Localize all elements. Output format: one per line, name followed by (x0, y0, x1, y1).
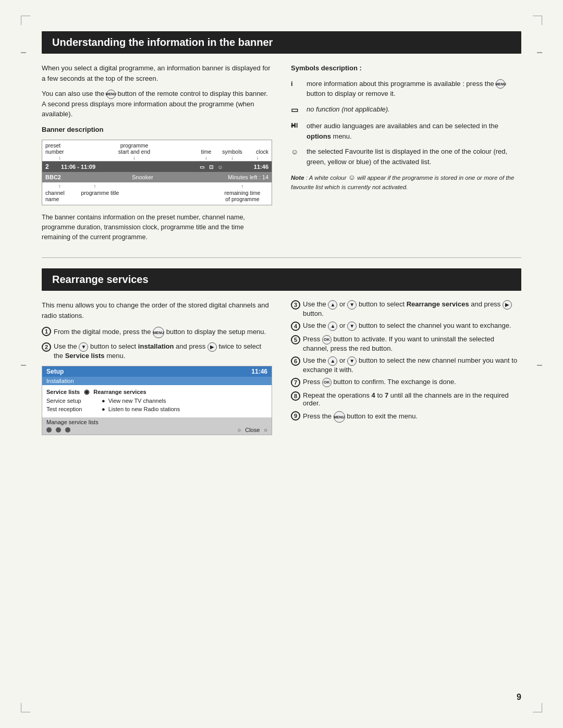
menu-button-icon-2: MENU (496, 79, 505, 89)
footer-dot-1 (46, 427, 52, 433)
menu-row-2: Service setup ● View new TV channels (46, 398, 267, 404)
up-btn-step4: ▲ (328, 322, 337, 331)
note-block: Note : A white colour ☺ will appear if t… (291, 172, 521, 192)
menu-subheader: Installation (42, 377, 272, 385)
label-time: time (194, 142, 218, 155)
step-8: 8 Repeat the operations 4 to 7 until all… (291, 391, 521, 407)
step-3-content: Use the ▲ or ▼ button to select Rearrang… (303, 300, 521, 317)
right-btn-step3: ▶ (503, 300, 512, 310)
section2-title: Rearrange services (52, 274, 149, 285)
menu-button-icon-1: MENU (106, 90, 116, 99)
note-label: Note (291, 175, 304, 181)
page-number: 9 (517, 693, 521, 702)
ok-btn-step5: OK (322, 335, 332, 344)
banner-body-text: The banner contains information on the p… (42, 213, 272, 242)
down-btn-step6: ▼ (347, 356, 357, 366)
menu-row-3: Test reception ● Listen to new Radio sta… (46, 406, 267, 412)
step-4-num: 4 (291, 322, 300, 331)
symbol-smiley: ☺ the selected Favourite list is display… (291, 146, 521, 167)
section1-content: When you select a digital programme, an … (42, 63, 521, 247)
step-4-content: Use the ▲ or ▼ button to select the chan… (303, 322, 511, 331)
section2-header: Rearrange services (42, 268, 521, 291)
step-1: 1 From the digital mode, press the MENU … (42, 327, 272, 338)
down-btn-step4: ▼ (347, 322, 357, 331)
intro1-para: When you select a digital programme, an … (42, 63, 272, 83)
label-chname: channel name (45, 190, 74, 202)
symbol-box: ▭ no function (not applicable). (291, 104, 521, 116)
step-3: 3 Use the ▲ or ▼ button to select Rearra… (291, 300, 521, 317)
symbol-smiley-text: the selected Favourite list is displayed… (307, 146, 521, 167)
ok-btn-step7: OK (322, 378, 332, 387)
banner-desc-title: Banner description (42, 125, 272, 135)
step-9-num: 9 (291, 411, 300, 421)
section2-left: This menu allows you to change the order… (42, 300, 272, 441)
step-2-num: 2 (42, 342, 51, 352)
menu-footer: Manage service lists ○ Close ○ (42, 417, 272, 435)
step-9: 9 Press the MENU button to exit the menu… (291, 411, 521, 423)
section2-right: 3 Use the ▲ or ▼ button to select Rearra… (291, 300, 521, 441)
step-5-content: Press OK button to activate. If you want… (303, 335, 521, 352)
section-separator (42, 257, 521, 258)
margin-mark-lt (21, 52, 26, 53)
label-programme: programme start and end (74, 142, 194, 155)
down-btn-step2: ▼ (79, 342, 88, 352)
menu-row-1: Service lists ◉ Rearrange services (46, 388, 267, 396)
symbol-hi: H̶I other audio languages are availables… (291, 121, 521, 141)
section1-title: Understanding the information in the ban… (52, 36, 273, 48)
menu-btn-step9: MENU (334, 411, 345, 423)
down-btn-step3: ▼ (347, 300, 357, 310)
section2-intro: This menu allows you to change the order… (42, 300, 272, 320)
menu-header: Setup 11:46 (42, 366, 272, 377)
symbol-box-text: no function (not applicable). (307, 104, 390, 115)
step-7: 7 Press OK button to confirm. The exchan… (291, 378, 521, 387)
banner-diagram: preset number programme start and end ti… (42, 140, 272, 205)
footer-dot-2 (56, 427, 61, 433)
intro2-para: You can also use the MENU button of the … (42, 89, 272, 119)
symbol-i-text: more information about this programme is… (307, 79, 521, 99)
step-4: 4 Use the ▲ or ▼ button to select the ch… (291, 322, 521, 331)
label-clock: clock (247, 142, 268, 155)
step-8-num: 8 (291, 391, 300, 401)
symbols-title: Symbols description : (291, 63, 521, 73)
menu-btn-step1: MENU (153, 327, 164, 338)
banner-row1: 2 11:06 - 11:09 ▭ ⊡ ☺ 11:46 (42, 161, 272, 172)
label-progtitle: programme title (74, 190, 126, 202)
step-3-num: 3 (291, 300, 300, 310)
step-7-content: Press OK button to confirm. The exchange… (303, 378, 456, 387)
margin-mark-lm (21, 365, 26, 366)
symbol-hi-text: other audio languages are availables and… (307, 121, 521, 141)
step-9-content: Press the MENU button to exit the menu. (303, 411, 418, 423)
symbol-i: i more information about this programme … (291, 79, 521, 99)
footer-dot-3 (65, 427, 70, 433)
section2-content: This menu allows you to change the order… (42, 300, 521, 441)
step-1-num: 1 (42, 327, 51, 336)
up-btn-step6: ▲ (328, 356, 337, 366)
step-1-content: From the digital mode, press the MENU bu… (54, 327, 266, 338)
corner-bl (21, 703, 30, 712)
page: Understanding the information in the ban… (0, 0, 563, 728)
label-symbols: symbols (218, 142, 247, 155)
step-6: 6 Use the ▲ or ▼ button to select the ne… (291, 356, 521, 374)
margin-mark-rt (537, 52, 542, 53)
up-btn-step3: ▲ (328, 300, 337, 310)
step-2: 2 Use the ▼ button to select installatio… (42, 342, 272, 360)
step-6-num: 6 (291, 356, 300, 366)
corner-br (533, 703, 542, 712)
section1-left: When you select a digital programme, an … (42, 63, 272, 247)
banner-row2: BBC2 Snooker Minutes left : 14 (42, 172, 272, 182)
menu-screenshot: Setup 11:46 Installation Service lists ◉… (42, 366, 272, 435)
margin-mark-rm (537, 365, 542, 366)
corner-tr (533, 16, 542, 25)
menu-body: Service lists ◉ Rearrange services Servi… (42, 385, 272, 417)
label-preset: preset number (45, 142, 74, 155)
menu-footer-bar: ○ Close ○ (46, 427, 267, 433)
corner-tl (21, 16, 30, 25)
step-2-content: Use the ▼ button to select installation … (54, 342, 272, 360)
section1-header: Understanding the information in the ban… (42, 31, 521, 54)
section1-right: Symbols description : i more information… (291, 63, 521, 247)
right-btn-step2: ▶ (207, 342, 217, 352)
step-5: 5 Press OK button to activate. If you wa… (291, 335, 521, 352)
step-5-num: 5 (291, 335, 300, 344)
step-8-content: Repeat the operations 4 to 7 until all t… (303, 391, 521, 407)
label-remaining: remaining time of programme (216, 190, 268, 202)
